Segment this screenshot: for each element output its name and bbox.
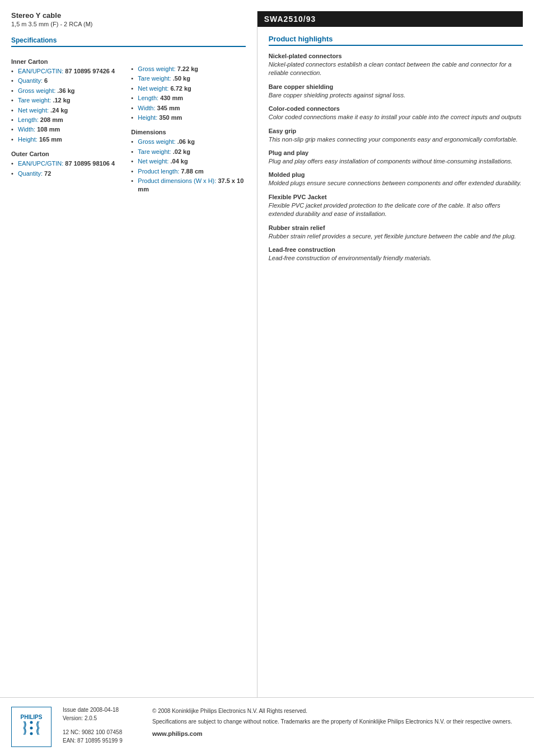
ean-number: EAN: 87 10895 95199 9 [63,736,141,745]
page: Stereo Y cable 1,5 m 3.5 mm (F) - 2 RCA … [0,0,534,756]
version-label: Version: [63,715,83,721]
highlight-desc: Plug and play offers easy installation o… [269,157,523,166]
footer: PHILIPS Issue date 2008-04-18 [0,697,534,756]
copyright-text: © 2008 Koninklijke Philips Electronics N… [152,707,523,715]
highlight-desc: Flexible PVC jacket provided protection … [269,201,523,219]
product-title: Stereo Y cable [11,11,246,20]
specs-notice: Specifications are subject to change wit… [152,717,523,726]
list-item: Width: 345 mm [131,104,245,112]
highlight-desc: Bare copper shielding protects against s… [269,91,523,100]
main-content: Stereo Y cable 1,5 m 3.5 mm (F) - 2 RCA … [0,0,534,697]
list-item: Net weight: .24 kg [11,106,125,115]
list-item: Tare weight: .12 kg [11,96,125,105]
right-specs-section: Gross weight: 7.22 kgTare weight: .50 kg… [131,53,245,201]
outer-weights-list: Gross weight: 7.22 kgTare weight: .50 kg… [131,65,245,122]
highlight-title: Flexible PVC Jacket [269,194,523,200]
highlight-title: Rubber strain relief [269,224,523,231]
highlight-item: Bare copper shielding Bare copper shield… [269,83,523,100]
footer-meta: Issue date 2008-04-18 Version: 2.0.5 12 … [63,707,141,745]
highlight-title: Plug and play [269,149,523,156]
highlight-item: Nickel-plated connectors Nickel-plated c… [269,53,523,78]
list-item: Tare weight: .02 kg [131,148,245,156]
version-value: 2.0.5 [85,715,97,721]
highlight-desc: Molded plugs ensure secure connections b… [269,179,523,187]
specifications-heading: Specifications [11,36,246,47]
list-item: Gross weight: .06 kg [131,138,245,146]
highlight-title: Nickel-plated connectors [269,53,523,59]
outer-carton-heading: Outer Carton [11,151,125,157]
highlight-desc: This non-slip grip makes connecting your… [269,135,523,144]
list-item: Height: 165 mm [11,135,125,144]
svg-point-2 [30,721,33,724]
issue-date-value: 2008-04-18 [90,707,119,713]
inner-carton-heading: Inner Carton [11,58,125,65]
left-column: Stereo Y cable 1,5 m 3.5 mm (F) - 2 RCA … [11,11,257,697]
highlight-desc: Rubber strain relief provides a secure, … [269,232,523,241]
list-item: Length: 430 mm [131,94,245,102]
list-item: Product dimensions (W x H): 37.5 x 10 mm [131,177,245,194]
list-item: Gross weight: 7.22 kg [131,65,245,73]
svg-point-3 [30,727,33,730]
highlight-desc: Lead-free construction of environmentall… [269,254,523,262]
issue-date-label: Issue date [63,707,88,713]
list-item: Quantity: 72 [11,170,125,178]
list-item: Height: 350 mm [131,114,245,122]
svg-point-4 [30,732,33,735]
highlight-title: Color-coded connectors [269,105,523,112]
highlight-item: Plug and play Plug and play offers easy … [269,149,523,166]
philips-logo: PHILIPS [11,707,51,747]
product-subtitle: 1,5 m 3.5 mm (F) - 2 RCA (M) [11,21,246,27]
list-item: Length: 208 mm [11,116,125,124]
highlight-desc: Color coded connections make it easy to … [269,113,523,121]
list-item: Net weight: .04 kg [131,157,245,166]
model-number: SWA2510/93 [264,15,316,24]
right-column: SWA2510/93 Product highlights Nickel-pla… [257,11,523,697]
list-item: Tare weight: .50 kg [131,74,245,83]
svg-text:PHILIPS: PHILIPS [21,714,43,720]
list-item: EAN/UPC/GTIN: 87 10895 97426 4 [11,67,125,76]
product-highlights-heading: Product highlights [269,35,523,46]
highlight-item: Easy grip This non-slip grip makes conne… [269,128,523,144]
highlight-title: Easy grip [269,128,523,134]
highlight-item: Molded plug Molded plugs ensure secure c… [269,171,523,187]
inner-carton-list: EAN/UPC/GTIN: 87 10895 97426 4Quantity: … [11,67,125,144]
list-item: Gross weight: .36 kg [11,87,125,95]
list-item: Net weight: 6.72 kg [131,84,245,93]
issue-date-row: Issue date 2008-04-18 [63,707,141,713]
website: www.philips.com [152,729,523,739]
dimensions-list: Gross weight: .06 kgTare weight: .02 kgN… [131,138,245,194]
model-header-bar: SWA2510/93 [257,11,523,27]
highlight-item: Rubber strain relief Rubber strain relie… [269,224,523,241]
list-item: EAN/UPC/GTIN: 87 10895 98106 4 [11,159,125,168]
version-row: Version: 2.0.5 [63,715,141,721]
highlight-title: Lead-free construction [269,246,523,253]
highlight-item: Flexible PVC Jacket Flexible PVC jacket … [269,194,523,219]
inner-carton-section: Inner Carton EAN/UPC/GTIN: 87 10895 9742… [11,53,125,201]
highlight-title: Molded plug [269,171,523,178]
highlight-item: Color-coded connectors Color coded conne… [269,105,523,121]
list-item: Product length: 7.88 cm [131,167,245,176]
highlight-desc: Nickel-plated connectors establish a cle… [269,60,523,78]
nc-ean: 12 NC: 9082 100 07458 EAN: 87 10895 9519… [63,728,141,745]
outer-carton-list: EAN/UPC/GTIN: 87 10895 98106 4Quantity: … [11,159,125,178]
highlights-container: Nickel-plated connectors Nickel-plated c… [269,53,523,262]
footer-legal: © 2008 Koninklijke Philips Electronics N… [152,707,523,739]
list-item: Width: 108 mm [11,125,125,134]
nc-number: 12 NC: 9082 100 07458 [63,728,141,736]
dimensions-heading: Dimensions [131,129,245,135]
highlight-title: Bare copper shielding [269,83,523,90]
list-item: Quantity: 6 [11,77,125,85]
highlight-item: Lead-free construction Lead-free constru… [269,246,523,262]
